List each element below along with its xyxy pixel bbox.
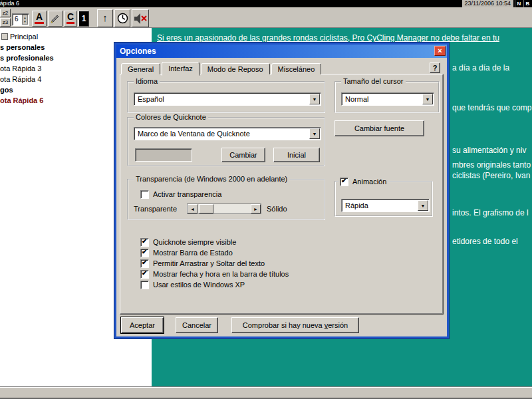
slider-thumb[interactable] <box>199 204 213 213</box>
checkbox-box: ✔ <box>140 238 149 247</box>
chevron-down-icon[interactable]: ▼ <box>309 94 320 104</box>
sidebar-item-label: ota Rápida 4 <box>0 75 41 83</box>
tab-interfaz[interactable]: Interfaz <box>162 62 200 76</box>
clock-icon <box>117 13 128 24</box>
checkbox-box: ✔ <box>140 281 149 289</box>
c-button-label: C <box>65 11 76 23</box>
chevron-down-icon[interactable]: ▼ <box>309 128 320 139</box>
sidebar-item-label: s personales <box>0 43 45 51</box>
tab-miscelaneo[interactable]: Misceláneo <box>271 63 322 74</box>
c-color-bar-icon <box>66 22 74 24</box>
window-titlebar: Rápida 6 23/11/2006 10:54 N B <box>0 0 532 7</box>
fecha-hora-checkbox[interactable]: ✔ Mostrar fecha y hora en la barra de tí… <box>140 269 289 279</box>
check-icon: ✔ <box>341 177 346 184</box>
idioma-select[interactable]: Español ▼ <box>134 92 321 106</box>
inicial-button[interactable]: Inicial <box>273 148 320 162</box>
slider-left-arrow-icon[interactable]: ◄ <box>188 204 198 213</box>
transparency-label: Transparencia (de Windows 2000 en adelan… <box>134 175 289 184</box>
mute-button[interactable] <box>132 9 149 27</box>
animation-group: ✔ Animación Rápida ▼ <box>334 181 433 217</box>
status-bar <box>0 387 532 399</box>
check-icon: ✔ <box>142 269 147 277</box>
combo-value: Normal <box>345 95 368 103</box>
aceptar-button[interactable]: Aceptar <box>121 317 164 333</box>
help-button[interactable]: ? <box>430 63 440 73</box>
close-icon: × <box>438 47 442 55</box>
note-text-fragment: ciclistas (Pereiro, Ivan <box>452 171 530 180</box>
sidebar-item-nota-rapida-6[interactable]: ota Rápida 6 <box>0 96 43 106</box>
activar-transparencia-checkbox[interactable]: ✔ Activar transparencia <box>140 190 221 199</box>
titlebar-datetime: 23/11/2006 10:54 <box>462 0 513 7</box>
barra-estado-checkbox[interactable]: ✔ Mostrar Barra de Estado <box>140 248 233 257</box>
check-version-button[interactable]: Comprobar si hay nueva versión <box>231 317 359 333</box>
count-badge: 1 <box>78 11 89 27</box>
sidebar-item-principal[interactable]: Principal <box>1 32 38 42</box>
app-window: Rápida 6 23/11/2006 10:54 N B z2 z3 6 ▲▼… <box>0 0 532 399</box>
note-icon <box>1 33 8 40</box>
sidebar-item-label: ota Rápida 3 <box>0 65 41 72</box>
cursor-size-select[interactable]: Normal ▼ <box>341 92 434 106</box>
transparency-slider[interactable]: ◄ ► <box>187 203 261 214</box>
dialog-title: Opciones <box>120 47 156 56</box>
spinner-arrows-icon[interactable]: ▲▼ <box>22 15 28 25</box>
arrastrar-soltar-checkbox[interactable]: ✔ Permitir Arrastrar y Soltar del texto <box>140 259 265 268</box>
combo-value: Español <box>138 95 164 103</box>
estilos-xp-checkbox[interactable]: ✔ Usar estilos de Windows XP <box>140 280 245 289</box>
animation-speed-select[interactable]: Rápida ▼ <box>341 199 430 212</box>
cancelar-button[interactable]: Cancelar <box>176 317 218 333</box>
note-text-fragment: a día a día de la <box>452 63 509 72</box>
checkbox-box: ✔ <box>140 190 149 199</box>
check-icon: ✔ <box>142 248 147 255</box>
animacion-checkbox[interactable]: ✔ Animación <box>338 177 388 186</box>
titlebar-n-button[interactable]: N <box>515 0 523 7</box>
checkbox-label: Mostrar fecha y hora en la barra de títu… <box>153 270 289 278</box>
dialog-titlebar[interactable]: Opciones × <box>116 45 447 58</box>
speaker-mute-icon <box>134 13 147 25</box>
quicknote-colors-group: Colores de Quicknote Marco de la Ventana… <box>127 117 325 166</box>
sidebar-item-nota-rapida-3[interactable]: ota Rápida 3 <box>0 64 41 74</box>
zoom-z3-button[interactable]: z3 <box>0 18 11 27</box>
cursor-size-group: Tamaño del cursor Normal ▼ <box>334 81 440 113</box>
help-icon: ? <box>433 64 438 72</box>
sidebar-item-nota-rapida-4[interactable]: ota Rápida 4 <box>0 74 41 84</box>
sidebar-item-label: Principal <box>10 33 38 41</box>
combo-value: Rápida <box>345 201 368 209</box>
spin-down-icon[interactable]: ▼ <box>23 20 27 24</box>
sidebar-item-personales[interactable]: s personales <box>0 43 45 53</box>
tab-general[interactable]: General <box>121 63 160 74</box>
transparency-group: Transparencia (de Windows 2000 en adelan… <box>127 179 325 220</box>
timer-button[interactable] <box>114 9 130 27</box>
checkbox-box: ✔ <box>140 270 149 279</box>
tab-modo-de-reposo[interactable]: Modo de Reposo <box>201 63 270 74</box>
button-label: Comprobar si hay nueva <box>243 321 325 329</box>
note-text-headline: Si eres un apasionado de las grandes ron… <box>157 33 499 43</box>
font-size-spinner[interactable]: 6 ▲▼ <box>12 13 29 26</box>
chevron-down-icon[interactable]: ▼ <box>418 200 428 211</box>
sidebar-item-label: gos <box>0 86 13 94</box>
font-color-button[interactable]: A <box>32 11 47 27</box>
color-target-select[interactable]: Marco de la Ventana de Quicknote ▼ <box>134 127 321 140</box>
highlighter-button[interactable] <box>48 11 63 27</box>
close-button[interactable]: × <box>434 46 446 56</box>
cambiar-color-button[interactable]: Cambiar <box>221 148 265 162</box>
font-size-value: 6 <box>15 15 19 23</box>
slider-right-arrow-icon[interactable]: ► <box>251 204 261 213</box>
titlebar-b-button[interactable]: B <box>523 0 531 7</box>
button-label: ersión <box>328 321 348 329</box>
zoom-z2-button[interactable]: z2 <box>0 9 11 17</box>
tab-strip: General Interfaz Modo de Reposo Miscelán… <box>121 62 323 74</box>
idioma-group: Idioma Español ▼ <box>127 81 325 113</box>
transparente-label: Transparente <box>134 205 177 213</box>
window-title: Rápida 6 <box>0 0 19 7</box>
quicknote-visible-checkbox[interactable]: ✔ Quicknote siempre visible <box>140 237 236 247</box>
sidebar-item-gos[interactable]: gos <box>0 85 13 95</box>
chevron-down-icon[interactable]: ▼ <box>422 94 433 104</box>
arrow-up-icon: ↑ <box>102 12 108 23</box>
pen-icon <box>50 13 61 24</box>
sidebar-item-profesionales[interactable]: s profesionales <box>0 53 54 63</box>
note-text-fragment: etidores de todo el <box>452 237 518 246</box>
note-text-fragment: su alimentación y niv <box>452 146 526 155</box>
arrow-up-button[interactable]: ↑ <box>97 9 113 27</box>
color-c-button[interactable]: C <box>64 11 77 27</box>
cambiar-fuente-button[interactable]: Cambiar fuente <box>334 120 424 136</box>
